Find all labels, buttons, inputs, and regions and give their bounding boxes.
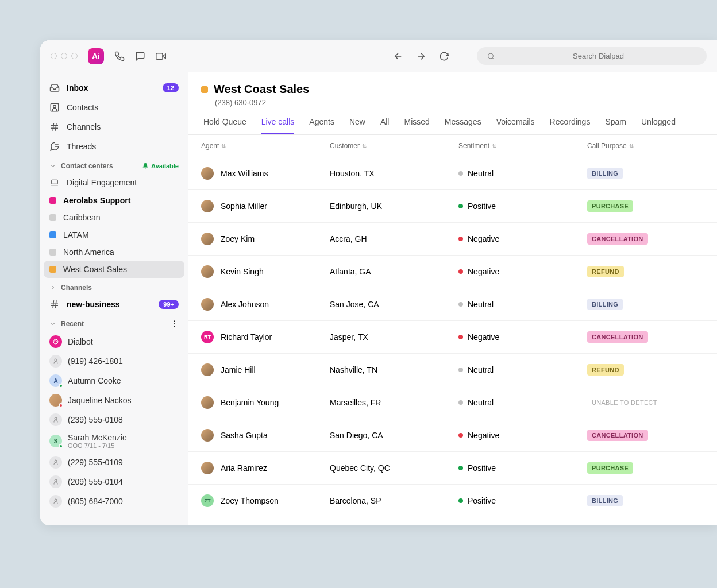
section-recent: Recent [40,314,188,332]
recent-item[interactable]: (229) 555-0109 [40,452,188,472]
cc-item[interactable]: North America [40,243,188,261]
app-window: Ai Inbox 12 Contacts [40,40,717,525]
more-icon[interactable] [169,319,179,328]
recent-label: (229) 555-0109 [68,458,123,467]
col-header-agent[interactable]: Agent⇅ [201,142,330,150]
recent-item[interactable]: AAutumn Cooke [40,371,188,390]
recent-item[interactable]: (919) 426-1801 [40,351,188,371]
table-row[interactable]: ZTZoey ThompsonBarcelona, SPPositiveBILL… [188,485,717,517]
tab[interactable]: Live calls [261,117,295,134]
recent-item[interactable]: (805) 684-7000 [40,492,188,511]
table-row[interactable]: Sophia MillerEdinburgh, UKPositivePURCHA… [188,190,717,223]
nav-controls [393,51,449,61]
table-row[interactable]: Sasha GuptaSan Diego, CANegativeCANCELLA… [188,419,717,452]
tab[interactable]: Recordings [550,117,591,134]
customer-location: Edinburgh, UK [330,202,458,211]
nav-inbox[interactable]: Inbox 12 [40,78,188,98]
table-row[interactable]: Aria RamirezQuebec City, QCPositivePURCH… [188,452,717,485]
cc-item[interactable]: Digital Engagement [40,173,188,192]
nav-contacts[interactable]: Contacts [40,98,188,117]
recent-item[interactable]: (239) 555-0108 [40,410,188,430]
forward-icon[interactable] [416,51,426,61]
recent-item[interactable]: Dialbot [40,332,188,351]
purpose-tag: PURCHASE [587,462,633,474]
video-icon[interactable] [156,51,166,61]
refresh-icon[interactable] [439,51,449,61]
avatar [49,394,62,407]
sentiment-label: Neutral [468,365,494,374]
maximize-window[interactable] [71,53,78,59]
recent-item[interactable]: SSarah McKenzieOOO 7/11 - 7/15 [40,430,188,452]
tab[interactable]: Hold Queue [203,117,246,134]
recent-item[interactable]: (209) 555-0104 [40,472,188,492]
section-contact-centers[interactable]: Contact centers Available [40,156,188,173]
table-row[interactable]: RTRichard TaylorJasper, TXNegativeCANCEL… [188,321,717,354]
search-input[interactable] [500,52,696,60]
tab[interactable]: Missed [404,117,429,134]
recent-label: Sarah McKenzie [68,433,127,442]
cc-label: Caribbean [63,213,101,222]
channel-new-business[interactable]: new-business 99+ [40,295,188,314]
tab[interactable]: New [349,117,365,134]
purpose-tag: PURCHASE [587,200,633,212]
chevron-down-icon[interactable] [49,320,56,327]
bell-icon [142,163,149,169]
tab[interactable]: Agents [309,117,334,134]
cc-item[interactable]: Caribbean [40,209,188,226]
tab[interactable]: All [380,117,390,134]
customer-location: Marseilles, FR [330,398,458,407]
svg-line-10 [56,123,57,131]
close-window[interactable] [51,53,57,59]
col-header-sentiment[interactable]: Sentiment⇅ [458,142,587,150]
cc-item[interactable]: LATAM [40,226,188,243]
tab[interactable]: Voicemails [496,117,535,134]
chat-icon[interactable] [135,51,145,61]
tab[interactable]: Unlogged [641,117,676,134]
sentiment-dot [458,204,463,208]
svg-point-21 [174,326,175,327]
svg-point-20 [174,323,175,324]
minimize-window[interactable] [61,53,67,59]
section-channels[interactable]: Channels [40,278,188,295]
agent-name: Zoey Thompson [221,496,279,505]
table-row[interactable]: Zoey KimAccra, GHNegativeCANCELLATION [188,223,717,256]
avatar: A [49,374,62,387]
app-logo[interactable]: Ai [88,48,104,64]
sentiment-dot [458,171,463,176]
presence-dot [59,444,63,448]
cc-color-dot [49,214,56,221]
sentiment-label: Negative [468,431,499,440]
search-bar[interactable] [477,47,707,65]
svg-point-26 [55,479,57,482]
table-row[interactable]: Kevin SinghAtlanta, GANegativeREFUND [188,256,717,288]
recent-item[interactable]: Jaqueline Nackos [40,390,188,410]
purpose-tag: BILLING [587,299,623,310]
threads-icon [49,141,60,152]
table-row[interactable]: Jamie HillNashville, TNNeutralREFUND [188,354,717,386]
table-row[interactable]: Alex JohnsonSan Jose, CANeutralBILLING [188,288,717,321]
back-icon[interactable] [393,51,403,61]
phone-icon[interactable] [114,51,125,61]
table-row[interactable]: Max WilliamsHouston, TXNeutralBILLING [188,157,717,190]
nav-threads[interactable]: Threads [40,137,188,156]
tab[interactable]: Spam [605,117,626,134]
recent-label: Dialbot [68,337,93,346]
customer-location: San Jose, CA [330,300,458,309]
cc-item[interactable]: Aerolabs Support [40,192,188,209]
sentiment-label: Neutral [468,300,494,309]
title-color-dot [201,86,208,93]
agent-name: Jamie Hill [221,365,256,374]
table-row[interactable]: Benjamin YoungMarseilles, FRNeutralUNABL… [188,386,717,419]
tab[interactable]: Messages [445,117,481,134]
cc-item[interactable]: West Coast Sales [44,261,184,278]
page-title: West Coast Sales [214,83,309,96]
sentiment-dot [458,269,463,274]
avatar [201,200,214,212]
col-header-customer[interactable]: Customer⇅ [330,142,458,150]
svg-point-25 [55,460,57,462]
nav-label: Inbox [67,83,88,92]
nav-channels[interactable]: Channels [40,117,188,137]
avatar [201,462,214,474]
svg-line-9 [53,123,54,131]
col-header-purpose[interactable]: Call Purpose⇅ [587,142,704,150]
